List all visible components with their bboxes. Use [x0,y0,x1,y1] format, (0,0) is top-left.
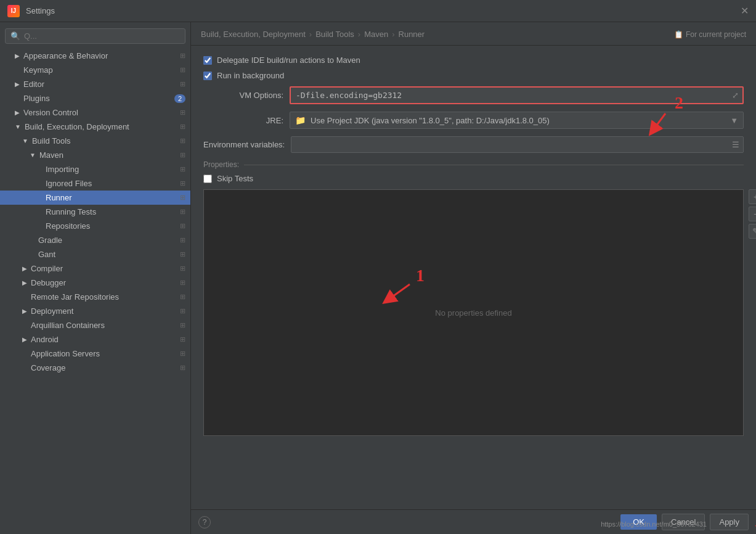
sidebar-arrow-build-tools: ▼ [22,138,28,144]
sidebar-label-app-servers: Application Servers [31,349,100,358]
delegate-checkbox[interactable] [203,56,212,65]
sidebar-item-coverage[interactable]: ▶Coverage⊞ [0,361,190,375]
sidebar-item-android[interactable]: ▶Android⊞ [0,332,190,347]
sidebar-badge-plugins: 2 [174,94,185,103]
sidebar-label-arquillian: Arquillian Containers [31,321,105,330]
run-background-label: Run in background [217,71,284,80]
sidebar-item-gant[interactable]: ▶Gant⊞ [0,247,190,261]
sidebar-arrow-build-exec: ▼ [15,123,21,130]
sidebar-item-arquillian[interactable]: ▶Arquillian Containers⊞ [0,318,190,332]
main-container: 🔍 ▶Appearance & Behavior⊞▶Keymap⊞▶Editor… [0,22,756,534]
delegate-row: Delegate IDE build/run actions to Maven [203,55,744,65]
sidebar-item-editor[interactable]: ▶Editor⊞ [0,77,190,91]
sidebar-item-maven[interactable]: ▼Maven⊞ [0,148,190,162]
breadcrumb-sep-2: › [358,30,360,39]
dropdown-arrow-icon: ▼ [730,116,738,125]
sidebar-item-remote-jar[interactable]: ▶Remote Jar Repositories⊞ [0,290,190,304]
sidebar-item-importing[interactable]: ▶Importing⊞ [0,162,190,176]
vm-options-input[interactable] [291,88,728,103]
sidebar-label-repositories: Repositories [46,221,90,231]
sidebar-label-gradle: Gradle [38,236,62,245]
sidebar-copy-ignored-files: ⊞ [180,179,185,187]
sidebar-item-repositories[interactable]: ▶Repositories⊞ [0,219,190,233]
vm-options-wrapper[interactable]: ⤢ [290,86,744,104]
skip-tests-row: Skip Tests [203,174,744,183]
skip-tests-label: Skip Tests [217,174,253,183]
sidebar-label-android: Android [31,335,59,344]
skip-tests-checkbox[interactable] [203,175,212,183]
run-background-row: Run in background [203,71,744,80]
sidebar-copy-repositories: ⊞ [180,222,185,230]
search-input[interactable] [24,31,180,41]
sidebar-arrow-editor: ▶ [15,81,20,88]
sidebar-item-runner[interactable]: ▶Runner⊞ [0,191,190,205]
apply-button[interactable]: Apply [710,514,749,530]
sidebar-item-build-tools[interactable]: ▼Build Tools⊞ [0,134,190,148]
sidebar-items-container: ▶Appearance & Behavior⊞▶Keymap⊞▶Editor⊞▶… [0,49,190,375]
jre-dropdown[interactable]: 📁 Use Project JDK (java version "1.8.0_5… [290,112,744,129]
project-icon: 📋 [674,30,683,39]
sidebar-label-debugger: Debugger [31,278,66,287]
sidebar-item-keymap[interactable]: ▶Keymap⊞ [0,63,190,77]
sidebar-copy-app-servers: ⊞ [180,350,185,358]
breadcrumb-sep-1: › [309,30,312,39]
sidebar-item-debugger[interactable]: ▶Debugger⊞ [0,276,190,290]
env-vars-wrapper[interactable]: ☰ [291,136,744,153]
sidebar-label-coverage: Coverage [31,363,65,372]
sidebar-label-gant: Gant [38,250,55,259]
close-button[interactable]: ✕ [741,5,749,17]
sidebar-copy-runner: ⊞ [180,194,185,202]
sidebar-item-running-tests[interactable]: ▶Running Tests⊞ [0,205,190,219]
sidebar-item-deployment[interactable]: ▶Deployment⊞ [0,304,190,318]
sidebar-copy-gant: ⊞ [180,250,185,258]
sidebar-label-plugins: Plugins [23,94,50,103]
breadcrumb-part-2: Build Tools [315,30,354,39]
sidebar-label-runner: Runner [46,193,72,202]
sidebar-label-editor: Editor [23,80,44,89]
sidebar-item-appearance[interactable]: ▶Appearance & Behavior⊞ [0,49,190,63]
properties-label: Properties: [203,160,239,169]
sidebar-item-plugins[interactable]: ▶Plugins2 [0,91,190,105]
sidebar-label-running-tests: Running Tests [46,207,96,216]
sidebar-label-importing: Importing [46,165,79,174]
for-project-label: For current project [686,30,746,39]
sidebar-copy-build-tools: ⊞ [180,137,185,145]
run-background-checkbox[interactable] [203,72,212,80]
sidebar-copy-version-control: ⊞ [180,109,185,117]
sidebar-label-build-tools: Build Tools [32,136,71,146]
sidebar-item-compiler[interactable]: ▶Compiler⊞ [0,261,190,276]
sidebar-copy-build-exec: ⊞ [180,123,185,131]
sidebar-item-gradle[interactable]: ▶Gradle⊞ [0,233,190,247]
env-vars-button[interactable]: ☰ [728,138,743,152]
vm-options-row: VM Options: ⤢ [203,86,744,104]
sidebar-copy-appearance: ⊞ [180,52,185,60]
env-vars-row: Environment variables: ☰ [203,136,744,153]
window-title: Settings [26,6,55,15]
sidebar-arrow-maven: ▼ [30,152,36,158]
sidebar-copy-coverage: ⊞ [180,364,185,372]
sidebar-arrow-compiler: ▶ [22,265,27,272]
sidebar-copy-android: ⊞ [180,335,185,343]
sidebar-item-version-control[interactable]: ▶Version Control⊞ [0,105,190,120]
sidebar-arrow-version-control: ▶ [15,109,20,116]
sidebar-copy-editor: ⊞ [180,80,185,88]
search-box[interactable]: 🔍 [5,28,185,44]
vm-expand-icon[interactable]: ⤢ [728,88,742,102]
title-bar: IJ Settings ✕ [0,0,756,22]
sidebar-item-build-exec[interactable]: ▼Build, Execution, Deployment⊞ [0,120,190,134]
remove-property-button[interactable]: − [749,207,756,221]
sidebar-copy-keymap: ⊞ [180,66,185,74]
form-area: Delegate IDE build/run actions to Maven … [191,46,756,446]
sidebar-label-ignored-files: Ignored Files [46,179,92,188]
add-property-button[interactable]: + [749,189,756,204]
no-properties-text: No properties defined [435,308,511,318]
url-watermark: https://blog.csdn.net/m0_50762431 [601,520,707,528]
sidebar-label-remote-jar: Remote Jar Repositories [31,292,119,302]
edit-property-button[interactable]: ✎ [749,224,756,239]
env-vars-input[interactable] [291,137,728,152]
sidebar: 🔍 ▶Appearance & Behavior⊞▶Keymap⊞▶Editor… [0,22,191,534]
sidebar-item-app-servers[interactable]: ▶Application Servers⊞ [0,347,190,361]
sidebar-item-ignored-files[interactable]: ▶Ignored Files⊞ [0,176,190,191]
help-button[interactable]: ? [198,516,211,528]
jre-value: Use Project JDK (java version "1.8.0_5",… [311,116,550,125]
